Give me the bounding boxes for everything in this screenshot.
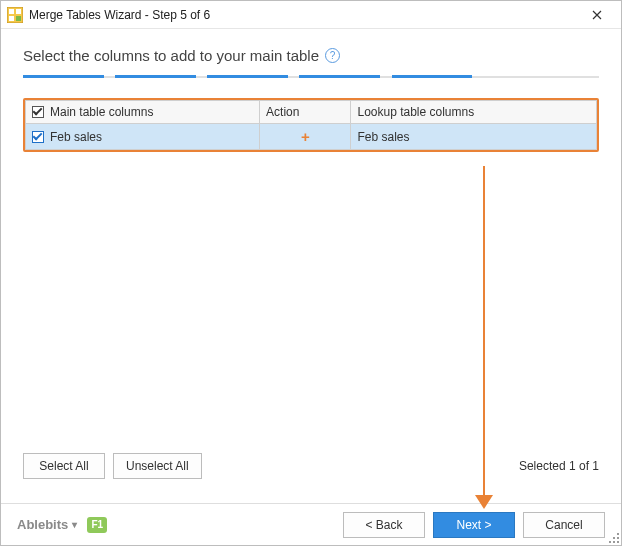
columns-table: Main table columns Action Lookup table c… xyxy=(25,100,597,150)
window-title: Merge Tables Wizard - Step 5 of 6 xyxy=(29,8,579,22)
columns-table-highlight: Main table columns Action Lookup table c… xyxy=(23,98,599,152)
back-button[interactable]: < Back xyxy=(343,512,425,538)
close-button[interactable] xyxy=(579,3,615,27)
row-checkbox[interactable] xyxy=(32,131,44,143)
app-icon xyxy=(7,7,23,23)
help-icon[interactable]: ? xyxy=(325,48,340,63)
cancel-button[interactable]: Cancel xyxy=(523,512,605,538)
chevron-down-icon: ▾ xyxy=(72,519,77,530)
page-heading: Select the columns to add to your main t… xyxy=(23,47,599,64)
svg-rect-1 xyxy=(9,9,14,14)
brand[interactable]: Ablebits ▾ xyxy=(17,517,77,532)
brand-label: Ablebits xyxy=(17,517,68,532)
row-lookup-value: Feb sales xyxy=(357,130,409,144)
selected-count: Selected 1 of 1 xyxy=(519,459,599,473)
table-header-row: Main table columns Action Lookup table c… xyxy=(26,101,597,124)
wizard-body: Select the columns to add to your main t… xyxy=(1,29,621,503)
table-row[interactable]: Feb sales + Feb sales xyxy=(26,124,597,150)
heading-text: Select the columns to add to your main t… xyxy=(23,47,319,64)
row-main-value: Feb sales xyxy=(50,130,102,144)
svg-rect-4 xyxy=(16,16,21,21)
wizard-window: Merge Tables Wizard - Step 5 of 6 Select… xyxy=(0,0,622,546)
next-button[interactable]: Next > xyxy=(433,512,515,538)
progress-bar xyxy=(23,76,599,78)
row-action-icon: + xyxy=(266,128,344,145)
resize-grip[interactable] xyxy=(607,531,619,543)
header-main-label: Main table columns xyxy=(50,105,153,119)
help-f1-button[interactable]: F1 xyxy=(87,517,107,533)
header-checkbox[interactable] xyxy=(32,106,44,118)
unselect-all-button[interactable]: Unselect All xyxy=(113,453,202,479)
svg-rect-3 xyxy=(9,16,14,21)
header-main-columns[interactable]: Main table columns xyxy=(26,101,260,124)
select-all-button[interactable]: Select All xyxy=(23,453,105,479)
header-lookup-columns[interactable]: Lookup table columns xyxy=(351,101,597,124)
close-icon xyxy=(592,10,602,20)
selection-buttons-row: Select All Unselect All Selected 1 of 1 xyxy=(23,445,599,493)
footer: Ablebits ▾ F1 < Back Next > Cancel xyxy=(1,503,621,545)
header-action[interactable]: Action xyxy=(260,101,351,124)
svg-rect-2 xyxy=(16,9,21,14)
titlebar: Merge Tables Wizard - Step 5 of 6 xyxy=(1,1,621,29)
